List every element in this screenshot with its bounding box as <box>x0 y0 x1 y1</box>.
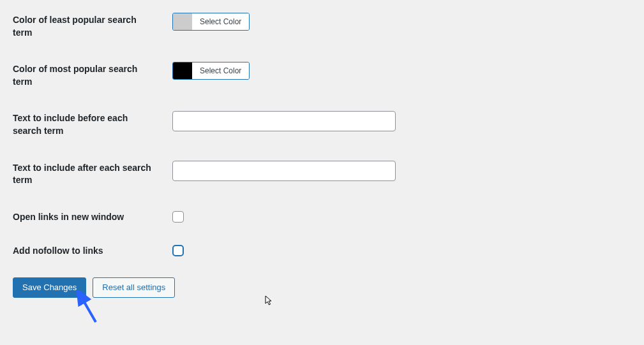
button-row: Save Changes Reset all settings <box>13 277 631 298</box>
save-button[interactable]: Save Changes <box>13 277 86 298</box>
checkbox-open-new-window[interactable] <box>172 211 184 223</box>
field-row-add-nofollow: Add nofollow to links <box>13 244 631 258</box>
label-add-nofollow: Add nofollow to links <box>13 244 172 258</box>
label-text-before: Text to include before each search term <box>13 111 172 137</box>
field-row-text-after: Text to include after each search term <box>13 161 631 187</box>
input-text-after[interactable] <box>172 161 396 181</box>
field-row-color-least: Color of least popular search term Selec… <box>13 13 631 39</box>
field-text-after <box>172 161 396 181</box>
field-row-text-before: Text to include before each search term <box>13 111 631 137</box>
field-row-open-new-window: Open links in new window <box>13 210 631 224</box>
field-text-before <box>172 111 396 131</box>
field-open-new-window <box>172 210 184 224</box>
color-swatch-most[interactable] <box>173 62 192 79</box>
select-color-button-least[interactable]: Select Color <box>192 13 249 30</box>
label-text-after: Text to include after each search term <box>13 161 172 187</box>
field-row-color-most: Color of most popular search term Select… <box>13 62 631 88</box>
settings-form: Color of least popular search term Selec… <box>13 13 631 298</box>
label-color-most: Color of most popular search term <box>13 62 172 88</box>
label-color-least: Color of least popular search term <box>13 13 172 39</box>
svg-line-1 <box>81 297 96 322</box>
field-color-least: Select Color <box>172 13 250 32</box>
color-swatch-least[interactable] <box>173 13 192 30</box>
input-text-before[interactable] <box>172 111 396 131</box>
field-color-most: Select Color <box>172 62 250 81</box>
checkbox-add-nofollow[interactable] <box>172 245 184 256</box>
field-add-nofollow <box>172 244 184 258</box>
color-picker-most[interactable]: Select Color <box>172 62 250 80</box>
select-color-button-most[interactable]: Select Color <box>192 62 249 79</box>
label-open-new-window: Open links in new window <box>13 210 172 224</box>
color-picker-least[interactable]: Select Color <box>172 13 250 31</box>
reset-button[interactable]: Reset all settings <box>93 277 175 298</box>
